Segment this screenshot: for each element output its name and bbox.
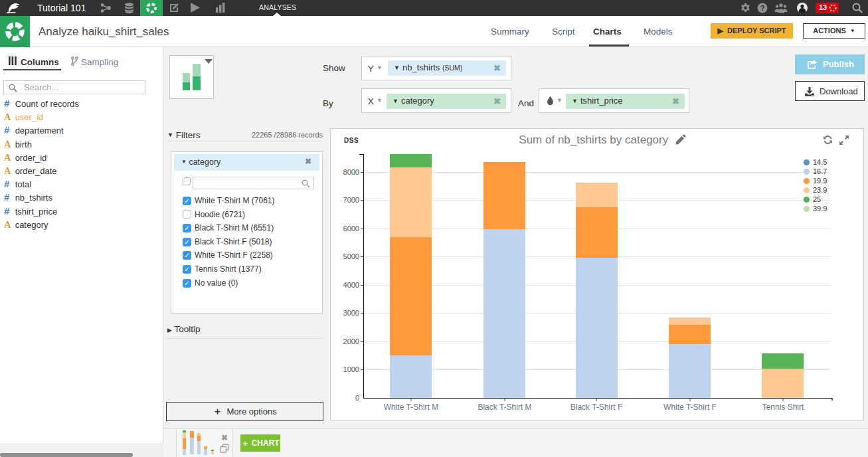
svg-text:?: ? bbox=[760, 4, 765, 12]
